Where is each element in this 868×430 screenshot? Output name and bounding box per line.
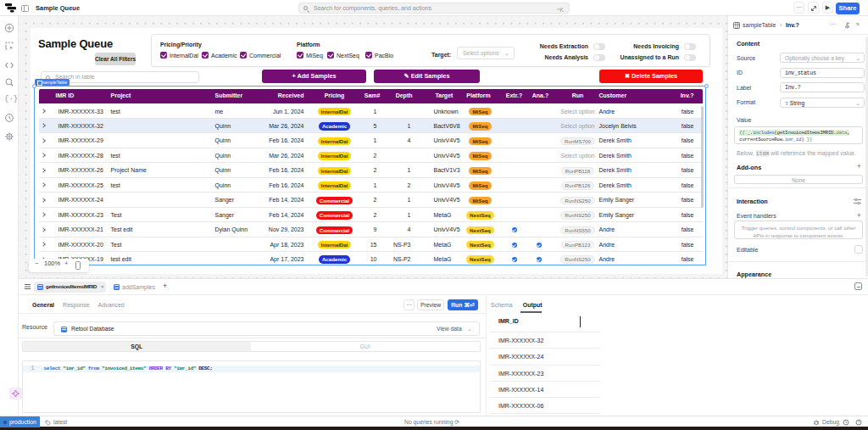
svg-text:?: ? (858, 421, 860, 425)
